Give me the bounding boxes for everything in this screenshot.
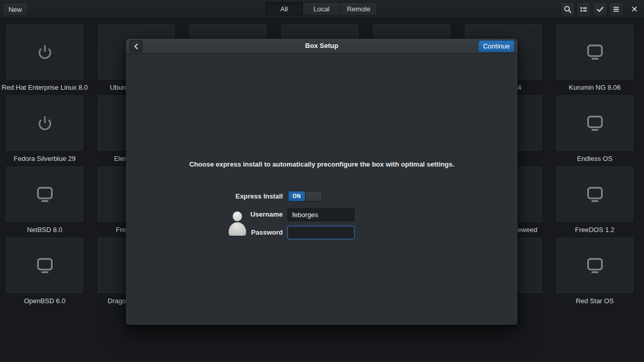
monitor-icon (585, 114, 605, 131)
express-install-label: Express Install (180, 192, 283, 200)
tile-label-fragment: 4 (518, 84, 542, 93)
select-items-button[interactable] (593, 2, 607, 17)
header-bar: New All Local Remote (0, 0, 644, 19)
tile-label: Red Hat Enterprise Linux 8.0 (0, 84, 93, 93)
list-view-icon (579, 5, 588, 13)
vm-tile[interactable] (6, 238, 83, 293)
box-setup-dialog: Choose express install to automatically … (126, 39, 518, 325)
window-close-button[interactable] (627, 2, 641, 17)
dialog-header: Box Setup Continue (126, 39, 518, 54)
vm-tile[interactable] (6, 95, 83, 151)
new-box-button[interactable]: New (3, 3, 28, 16)
search-icon (564, 5, 572, 13)
vm-tile[interactable] (556, 238, 633, 293)
window-close-icon (631, 6, 638, 12)
vm-tile[interactable] (6, 24, 83, 79)
boxes-app-window: Red Hat Enterprise Linux 8.0 Fedora Silv… (0, 0, 644, 362)
dialog-title: Box Setup (126, 42, 518, 50)
vm-tile[interactable] (556, 24, 633, 79)
tile-label-fragment: Eler (98, 155, 126, 164)
monitor-icon (585, 257, 605, 274)
continue-button[interactable]: Continue (478, 40, 514, 52)
toggle-knob[interactable] (305, 191, 322, 201)
username-label: Username (180, 210, 283, 218)
tile-label: FreeDOS 1.2 (546, 226, 643, 235)
monitor-icon (585, 186, 605, 203)
back-button[interactable] (130, 40, 142, 52)
tile-label-fragment: eweed (518, 226, 542, 235)
tile-label-fragment: Ubun (98, 84, 126, 93)
tab-remote[interactable]: Remote (341, 2, 377, 16)
power-icon (36, 43, 54, 61)
chevron-left-icon (133, 43, 139, 50)
password-input[interactable] (287, 226, 355, 239)
select-checkmark-icon (596, 5, 604, 13)
tab-local[interactable]: Local (303, 2, 341, 16)
express-install-instruction: Choose express install to automatically … (126, 160, 518, 168)
tile-label: NetBSD 8.0 (0, 226, 93, 235)
list-view-button[interactable] (576, 2, 591, 17)
search-button[interactable] (560, 2, 575, 17)
monitor-icon (35, 257, 55, 274)
power-icon (36, 114, 54, 132)
tile-label-fragment: Fre (98, 226, 126, 235)
menu-icon (612, 5, 620, 13)
view-filter-tabs: All Local Remote (265, 2, 377, 16)
tile-label: Red Star OS (546, 297, 643, 306)
toggle-on-state: ON (288, 191, 305, 201)
tab-all[interactable]: All (265, 2, 303, 16)
tile-label-fragment: Drago (98, 297, 126, 306)
vm-tile[interactable] (6, 167, 83, 222)
menu-button[interactable] (609, 2, 623, 17)
tile-label: Fedora Silverblue 29 (0, 155, 93, 164)
password-label: Password (180, 228, 283, 236)
monitor-icon (35, 186, 55, 203)
vm-tile[interactable] (556, 167, 633, 222)
tile-label: Endless OS (546, 155, 643, 164)
monitor-icon (585, 43, 605, 60)
tile-label: OpenBSD 6.0 (0, 297, 93, 306)
tile-label: Kurumin NG 8.06 (546, 84, 643, 93)
dialog-body: Choose express install to automatically … (126, 54, 518, 325)
express-install-toggle[interactable]: ON (288, 191, 323, 202)
username-input[interactable] (287, 208, 355, 221)
vm-tile[interactable] (556, 95, 633, 151)
